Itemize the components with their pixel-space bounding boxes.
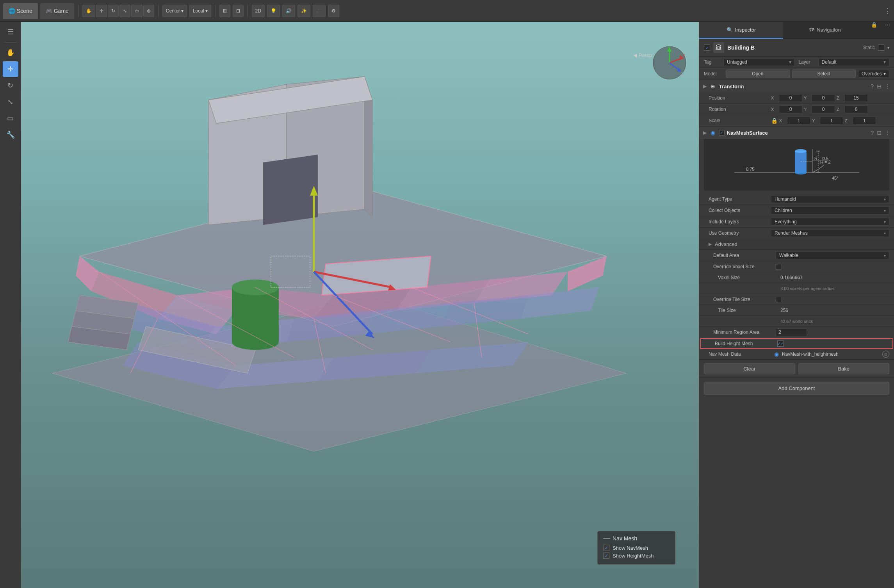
navmesh-more[interactable]: ⋮ (885, 130, 890, 136)
move-tool-btn[interactable]: ✛ (3, 61, 18, 77)
position-y-input[interactable]: 0 (812, 94, 835, 102)
pan-tool-btn[interactable]: ✋ (3, 45, 18, 61)
agent-type-value: Humanoid (775, 196, 796, 202)
model-select-btn[interactable]: Select (792, 69, 856, 78)
show-navmesh-checkbox[interactable] (603, 545, 609, 551)
min-region-input[interactable]: 2 (776, 328, 807, 336)
left-sidebar: ☰ ✋ ✛ ↻ ⤡ ▭ 🔧 (0, 22, 21, 588)
include-layers-dropdown[interactable]: Everything ▾ (771, 218, 889, 226)
clear-button[interactable]: Clear (704, 363, 795, 374)
tab-navigation[interactable]: 🗺 Navigation (783, 22, 867, 39)
tag-dropdown[interactable]: Untagged ▾ (723, 58, 795, 66)
transform-help[interactable]: ? (871, 83, 874, 89)
audio-btn[interactable]: 🔊 (282, 5, 295, 17)
transform-icon: ⊕ (709, 82, 717, 90)
default-area-dropdown[interactable]: Walkable ▾ (776, 251, 889, 259)
transform-tools: ✋ ✛ ↻ ⤡ ▭ ⊕ (82, 5, 154, 17)
show-heightmesh-checkbox[interactable] (603, 552, 609, 559)
build-height-checkbox[interactable]: ✓ (777, 340, 784, 347)
position-row: Position X 0 Y 0 Z 15 (699, 93, 894, 104)
layer-label: Layer (799, 59, 814, 65)
rect-tool-btn[interactable]: ▭ (3, 110, 18, 126)
navmesh-active-checkbox[interactable] (719, 130, 725, 135)
layer-dropdown[interactable]: Default ▾ (818, 58, 890, 66)
nav-show-heightmesh[interactable]: Show HeightMesh (603, 552, 670, 559)
collect-objects-arrow: ▾ (884, 208, 886, 213)
hamburger-btn[interactable]: ☰ (3, 24, 18, 40)
custom-tool-btn[interactable]: 🔧 (3, 127, 18, 143)
override-tile-checkbox[interactable] (776, 297, 781, 302)
static-checkbox[interactable] (878, 45, 884, 51)
override-voxel-row: Override Voxel Size (699, 261, 894, 272)
local-btn[interactable]: Local ▾ (189, 5, 211, 17)
more-menu[interactable]: ⋮ (884, 7, 891, 15)
go-active-checkbox[interactable] (704, 45, 710, 51)
effects-btn[interactable]: ✨ (297, 5, 310, 17)
rotate-tool[interactable]: ↻ (108, 5, 119, 17)
bake-button[interactable]: Bake (798, 363, 890, 374)
transform-settings[interactable]: ⊟ (877, 83, 882, 89)
collect-objects-dropdown[interactable]: Children ▾ (771, 207, 889, 214)
rotation-y-input[interactable]: 0 (812, 105, 835, 113)
tab-inspector[interactable]: 🔍 Inspector (699, 22, 783, 39)
transform-actions: ? ⊟ ⋮ (871, 83, 890, 89)
navmesh-settings[interactable]: ⊟ (877, 130, 882, 136)
tile-size-label: Tile Size (718, 308, 780, 313)
snap-btn[interactable]: ⊡ (233, 5, 244, 17)
tile-world-units-row: 42.67 world units (699, 316, 894, 327)
transform-header[interactable]: ▶ ⊕ Transform ? ⊟ ⋮ (699, 80, 894, 93)
voxel-size-value: 0.1666667 (780, 275, 803, 280)
panel-lock[interactable]: 🔒 (867, 22, 881, 39)
top-bar: 🌐 Scene 🎮 Game ✋ ✛ ↻ ⤡ ▭ ⊕ Center ▾ Loca… (0, 0, 894, 22)
scale-y-input[interactable]: 1 (820, 117, 843, 125)
center-btn[interactable]: Center ▾ (162, 5, 187, 17)
gizmo-btn[interactable]: ⚙ (328, 5, 339, 17)
scale-tool-btn[interactable]: ⤡ (3, 94, 18, 110)
include-layers-label: Include Layers (709, 219, 771, 225)
navmesh-data-target[interactable]: ⊙ (882, 351, 889, 358)
scale-x-input[interactable]: 1 (787, 117, 810, 125)
navmesh-help[interactable]: ? (871, 130, 874, 136)
tab-scene[interactable]: 🌐 Scene (3, 3, 38, 19)
agent-type-arrow: ▾ (884, 197, 886, 201)
tool-sep-1 (5, 42, 16, 43)
panel-more[interactable]: ⋯ (881, 22, 894, 39)
add-component-button[interactable]: Add Component (704, 382, 889, 395)
scale-tool[interactable]: ⤡ (119, 5, 130, 17)
move-tool[interactable]: ✛ (96, 5, 107, 17)
navmesh-data-value: NavMesh-with_heightmesh (782, 351, 879, 357)
advanced-section: ▶ Advanced (699, 239, 894, 250)
nav-show-navmesh[interactable]: Show NavMesh (603, 545, 670, 551)
rect-tool[interactable]: ▭ (131, 5, 142, 17)
model-overrides-btn[interactable]: Overrides ▾ (858, 70, 889, 78)
light-btn[interactable]: 💡 (267, 5, 280, 17)
position-x-input[interactable]: 0 (779, 94, 802, 102)
position-z-input[interactable]: 15 (844, 94, 868, 102)
clear-bake-buttons: Clear Bake (699, 360, 894, 378)
scale-values: 🔒 X 1 Y 1 Z 1 (771, 117, 889, 125)
agent-type-dropdown[interactable]: Humanoid ▾ (771, 195, 889, 203)
scene-gizmo[interactable]: Y X Z (652, 45, 687, 80)
rotate-tool-btn[interactable]: ↻ (3, 78, 18, 93)
use-geometry-dropdown[interactable]: Render Meshes ▾ (771, 229, 889, 237)
static-dropdown-arrow[interactable]: ▾ (887, 46, 889, 50)
tab-game[interactable]: 🎮 Game (40, 3, 74, 19)
scale-z-input[interactable]: 1 (853, 117, 876, 125)
model-open-btn[interactable]: Open (726, 69, 790, 78)
overrides-arrow: ▾ (883, 71, 886, 77)
hand-tool[interactable]: ✋ (82, 5, 95, 17)
override-voxel-checkbox[interactable] (776, 264, 781, 269)
navmesh-header[interactable]: ▶ ◉ NavMeshSurface ? ⊟ ⋮ (699, 127, 894, 139)
transform-tool[interactable]: ⊕ (143, 5, 154, 17)
transform-more[interactable]: ⋮ (885, 83, 890, 89)
scene-view-btn[interactable]: 🎥 (313, 5, 326, 17)
game-icon: 🎮 (46, 8, 52, 14)
2d-btn[interactable]: 2D (252, 5, 265, 17)
build-height-label: Build Height Mesh (715, 341, 777, 346)
rotation-x-input[interactable]: 0 (779, 105, 802, 113)
rotation-z-input[interactable]: 0 (844, 105, 868, 113)
grid-btn[interactable]: ⊞ (219, 5, 230, 17)
advanced-header[interactable]: ▶ Advanced (709, 241, 889, 247)
default-area-arrow: ▾ (884, 253, 886, 258)
gameobject-header: 🏛 Building B Static ▾ (699, 39, 894, 57)
